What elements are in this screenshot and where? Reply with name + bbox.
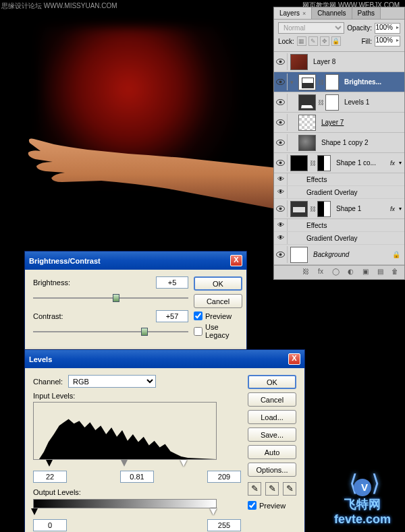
lock-all-icon[interactable]: 🔒 bbox=[331, 36, 341, 46]
use-legacy-checkbox[interactable]: Use Legacy bbox=[194, 323, 242, 339]
visibility-icon[interactable]: 👁 bbox=[274, 219, 288, 231]
layer-row[interactable]: ⛓ Shape 1 co... fx ▾ bbox=[274, 153, 404, 173]
layer-thumbnail[interactable] bbox=[290, 201, 308, 217]
chevron-down-icon[interactable]: ▾ bbox=[396, 206, 404, 212]
layer-thumbnail[interactable] bbox=[298, 115, 316, 131]
layer-row[interactable]: Shape 1 copy 2 bbox=[274, 133, 404, 153]
save-button[interactable]: Save... bbox=[248, 427, 296, 442]
new-layer-icon[interactable]: ▤ bbox=[374, 268, 386, 277]
layer-name[interactable]: Shape 1 co... bbox=[333, 159, 390, 167]
lv-titlebar[interactable]: Levels X bbox=[25, 350, 304, 368]
layer-row[interactable]: Layer 7 bbox=[274, 113, 404, 133]
channel-select[interactable]: RGB bbox=[68, 375, 156, 388]
visibility-icon[interactable] bbox=[276, 59, 285, 65]
layer-row[interactable]: ▾ ⛓ Brightnes... bbox=[274, 72, 404, 92]
chevron-down-icon[interactable]: ▾ bbox=[288, 79, 296, 86]
visibility-icon[interactable] bbox=[276, 140, 285, 146]
contrast-slider-thumb[interactable] bbox=[141, 328, 148, 336]
output-black-field[interactable] bbox=[33, 519, 67, 531]
tab-paths[interactable]: Paths bbox=[352, 7, 381, 19]
vector-mask-thumbnail[interactable] bbox=[317, 201, 331, 217]
cancel-button[interactable]: Cancel bbox=[194, 294, 242, 308]
new-group-icon[interactable]: ▣ bbox=[359, 268, 371, 277]
close-icon[interactable]: X bbox=[288, 353, 300, 365]
ok-button[interactable]: OK bbox=[248, 375, 296, 389]
input-white-field[interactable] bbox=[207, 471, 241, 483]
input-white-slider[interactable] bbox=[180, 460, 187, 467]
preview-checkbox[interactable]: Preview bbox=[248, 501, 296, 510]
visibility-icon[interactable] bbox=[276, 206, 285, 212]
layer-row[interactable]: Layer 8 bbox=[274, 52, 404, 72]
layer-thumbnail[interactable] bbox=[290, 247, 308, 263]
contrast-slider[interactable] bbox=[33, 326, 188, 337]
lock-position-icon[interactable]: ✥ bbox=[320, 36, 329, 46]
cancel-button[interactable]: Cancel bbox=[248, 392, 296, 407]
close-icon[interactable]: X bbox=[230, 255, 242, 266]
visibility-icon[interactable] bbox=[276, 252, 285, 258]
layer-name[interactable]: Shape 1 copy 2 bbox=[319, 139, 404, 146]
gradient-overlay-row[interactable]: 👁 Gradient Overlay bbox=[274, 186, 404, 199]
input-gamma-slider[interactable] bbox=[121, 460, 128, 467]
eyedropper-black-icon[interactable]: ✎ bbox=[248, 482, 261, 496]
delete-layer-icon[interactable]: 🗑 bbox=[389, 268, 401, 277]
layer-name[interactable]: Levels 1 bbox=[342, 98, 404, 106]
layer-row[interactable]: ⛓ Levels 1 bbox=[274, 92, 404, 113]
fill-input[interactable]: 100% bbox=[375, 36, 400, 47]
layer-thumbnail[interactable] bbox=[290, 54, 308, 70]
adjustment-thumbnail[interactable] bbox=[298, 94, 316, 111]
effects-row[interactable]: 👁 Effects bbox=[274, 219, 404, 232]
vector-mask-thumbnail[interactable] bbox=[317, 155, 331, 171]
tab-layers[interactable]: Layers× bbox=[274, 7, 312, 19]
visibility-icon[interactable] bbox=[276, 79, 285, 85]
layer-thumbnail[interactable] bbox=[298, 135, 316, 151]
visibility-icon[interactable]: 👁 bbox=[274, 186, 288, 198]
blend-mode-select[interactable]: Normal bbox=[278, 22, 344, 34]
output-white-field[interactable] bbox=[207, 519, 241, 531]
visibility-icon[interactable]: 👁 bbox=[274, 173, 288, 185]
input-gamma-field[interactable] bbox=[120, 471, 154, 483]
bc-titlebar[interactable]: Brightness/Contrast X bbox=[25, 252, 246, 270]
visibility-icon[interactable]: 👁 bbox=[274, 232, 288, 244]
options-button[interactable]: Options... bbox=[248, 463, 296, 477]
layer-mask-thumbnail[interactable] bbox=[325, 74, 339, 90]
opacity-input[interactable]: 100% bbox=[375, 23, 400, 34]
output-white-slider[interactable] bbox=[210, 508, 217, 515]
lock-transparency-icon[interactable]: ▦ bbox=[297, 36, 306, 46]
layer-row[interactable]: Background 🔒 bbox=[274, 245, 404, 265]
chevron-down-icon[interactable]: ▾ bbox=[396, 160, 404, 166]
ok-button[interactable]: OK bbox=[194, 276, 242, 291]
layer-style-icon[interactable]: fx bbox=[315, 268, 327, 277]
input-black-slider[interactable] bbox=[46, 460, 53, 467]
layer-mask-thumbnail[interactable] bbox=[325, 94, 339, 111]
layer-name[interactable]: Brightnes... bbox=[342, 78, 404, 86]
layer-row[interactable]: ⛓ Shape 1 fx ▾ bbox=[274, 199, 404, 219]
auto-button[interactable]: Auto bbox=[248, 445, 296, 459]
output-black-slider[interactable] bbox=[31, 508, 38, 515]
layer-name[interactable]: Background bbox=[310, 251, 392, 258]
gradient-overlay-row[interactable]: 👁 Gradient Overlay bbox=[274, 232, 404, 245]
contrast-input[interactable] bbox=[156, 310, 188, 322]
layer-thumbnail[interactable] bbox=[290, 155, 308, 171]
preview-checkbox[interactable]: Preview bbox=[194, 312, 242, 320]
adjustment-thumbnail[interactable] bbox=[298, 74, 316, 90]
layer-name[interactable]: Shape 1 bbox=[333, 205, 390, 212]
output-slider-track[interactable] bbox=[33, 508, 217, 516]
visibility-icon[interactable] bbox=[276, 119, 285, 125]
layer-mask-icon[interactable]: ◯ bbox=[329, 268, 342, 277]
visibility-icon[interactable] bbox=[276, 160, 285, 166]
brightness-slider-thumb[interactable] bbox=[113, 294, 119, 302]
layer-name[interactable]: Layer 7 bbox=[319, 119, 404, 126]
layer-name[interactable]: Layer 8 bbox=[310, 58, 404, 65]
link-layers-icon[interactable]: ⛓ bbox=[300, 268, 312, 277]
adjustment-layer-icon[interactable]: ◐ bbox=[344, 268, 356, 277]
input-black-field[interactable] bbox=[33, 471, 67, 483]
visibility-icon[interactable] bbox=[276, 99, 285, 105]
eyedropper-white-icon[interactable]: ✎ bbox=[283, 482, 296, 496]
brightness-slider[interactable] bbox=[33, 293, 188, 303]
eyedropper-gray-icon[interactable]: ✎ bbox=[265, 482, 279, 496]
load-button[interactable]: Load... bbox=[248, 410, 296, 424]
effects-row[interactable]: 👁 Effects bbox=[274, 173, 404, 186]
brightness-input[interactable] bbox=[156, 276, 188, 289]
lock-pixels-icon[interactable]: ✎ bbox=[308, 36, 318, 46]
input-slider-track[interactable] bbox=[33, 460, 217, 468]
